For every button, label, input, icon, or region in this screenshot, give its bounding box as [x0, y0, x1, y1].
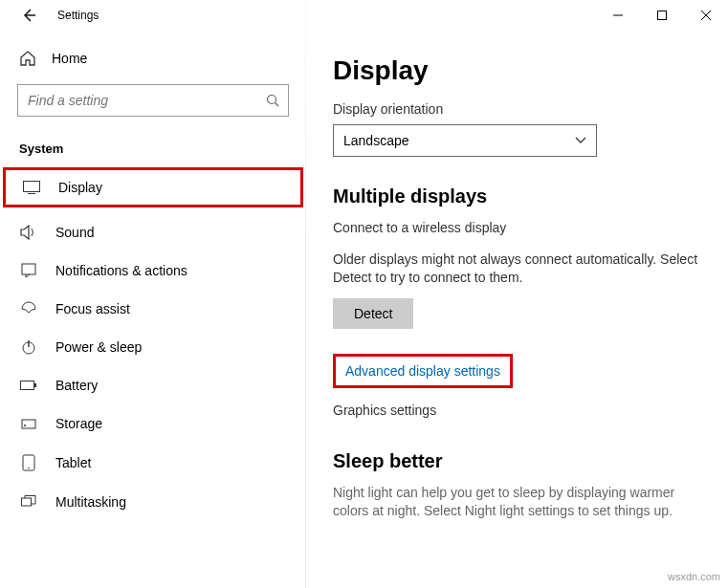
orientation-dropdown[interactable]: Landscape: [333, 124, 597, 157]
orientation-label: Display orientation: [333, 101, 701, 117]
maximize-button[interactable]: [640, 0, 684, 31]
home-icon: [19, 50, 36, 67]
sidebar-item-label: Multitasking: [55, 494, 126, 510]
minimize-icon: [613, 11, 623, 20]
sidebar-item-display[interactable]: Display: [3, 167, 303, 207]
svg-rect-2: [24, 182, 40, 192]
svg-point-10: [28, 468, 30, 469]
sidebar-item-label: Notifications & actions: [55, 263, 188, 278]
search-icon: [257, 94, 288, 107]
advanced-display-settings-link[interactable]: Advanced display settings: [333, 354, 513, 388]
svg-rect-5: [21, 381, 34, 390]
display-icon: [22, 181, 41, 194]
sidebar-item-focus-assist[interactable]: Focus assist: [0, 290, 306, 328]
sleep-better-text: Night light can help you get to sleep by…: [333, 484, 701, 521]
sidebar-item-power-sleep[interactable]: Power & sleep: [0, 328, 306, 366]
svg-rect-0: [658, 11, 667, 20]
section-system-label: System: [0, 134, 306, 162]
multitasking-icon: [19, 495, 38, 509]
sidebar-item-label: Power & sleep: [55, 339, 142, 355]
notifications-icon: [19, 263, 38, 278]
maximize-icon: [657, 11, 667, 20]
svg-rect-11: [22, 498, 32, 506]
sidebar-item-label: Storage: [55, 416, 102, 431]
orientation-value: Landscape: [343, 133, 409, 148]
sidebar-item-label: Battery: [55, 378, 98, 393]
multiple-displays-heading: Multiple displays: [333, 185, 701, 207]
storage-icon: [19, 416, 38, 431]
detect-description: Older displays might not always connect …: [333, 250, 701, 287]
close-icon: [701, 11, 711, 20]
sidebar-item-label: Display: [58, 180, 102, 195]
close-button[interactable]: [684, 0, 728, 31]
home-button[interactable]: Home: [0, 40, 306, 76]
search-box[interactable]: [17, 84, 289, 117]
svg-rect-7: [22, 420, 35, 428]
sidebar-item-storage[interactable]: Storage: [0, 404, 306, 443]
content-area: Display Display orientation Landscape Mu…: [306, 31, 728, 588]
svg-point-1: [268, 96, 276, 104]
sidebar-item-sound[interactable]: Sound: [0, 213, 306, 251]
sidebar: Home System Display Sound: [0, 31, 306, 588]
sound-icon: [19, 225, 38, 240]
svg-point-8: [24, 425, 26, 426]
tablet-icon: [19, 454, 38, 471]
sidebar-item-label: Sound: [55, 225, 94, 240]
svg-rect-3: [22, 264, 35, 274]
sidebar-item-notifications[interactable]: Notifications & actions: [0, 251, 306, 290]
svg-rect-6: [34, 383, 36, 387]
sidebar-item-tablet[interactable]: Tablet: [0, 443, 306, 483]
graphics-settings-link[interactable]: Graphics settings: [333, 403, 436, 418]
advanced-display-settings-label: Advanced display settings: [345, 363, 500, 379]
wireless-display-link[interactable]: Connect to a wireless display: [333, 220, 506, 235]
window-title: Settings: [57, 9, 99, 22]
power-icon: [19, 339, 38, 355]
back-button[interactable]: [17, 4, 40, 27]
chevron-down-icon: [575, 137, 586, 144]
sidebar-item-multitasking[interactable]: Multitasking: [0, 483, 306, 521]
focus-assist-icon: [19, 301, 38, 316]
minimize-button[interactable]: [596, 0, 640, 31]
watermark: wsxdn.com: [668, 571, 720, 582]
page-title: Display: [333, 55, 701, 86]
battery-icon: [19, 380, 38, 391]
arrow-left-icon: [21, 8, 36, 23]
home-label: Home: [52, 51, 87, 66]
search-input[interactable]: [18, 93, 257, 108]
sleep-better-heading: Sleep better: [333, 450, 701, 472]
sidebar-item-label: Focus assist: [55, 301, 130, 316]
sidebar-item-label: Tablet: [55, 455, 91, 470]
sidebar-item-battery[interactable]: Battery: [0, 366, 306, 404]
detect-button[interactable]: Detect: [333, 298, 413, 329]
